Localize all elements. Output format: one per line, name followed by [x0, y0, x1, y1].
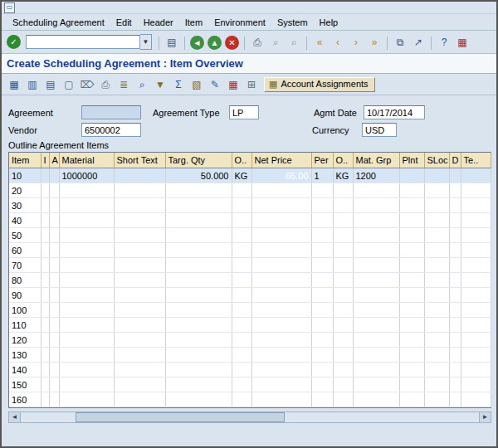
cell[interactable]: [232, 258, 251, 273]
cell[interactable]: 10: [9, 168, 41, 183]
scrollbar-thumb[interactable]: [76, 412, 285, 422]
cell[interactable]: [399, 303, 424, 318]
cell[interactable]: [232, 228, 251, 243]
cell[interactable]: [461, 183, 491, 198]
cell[interactable]: 140: [9, 363, 41, 377]
cell[interactable]: [49, 213, 59, 228]
cell[interactable]: [353, 243, 399, 258]
cell[interactable]: [59, 228, 114, 243]
cell[interactable]: [399, 228, 424, 243]
column-header-4[interactable]: Short Text: [114, 153, 165, 168]
back-icon[interactable]: ◄: [190, 36, 204, 50]
cell[interactable]: [424, 213, 449, 228]
cell[interactable]: [333, 303, 353, 318]
create-session-icon[interactable]: ⧉: [392, 34, 408, 51]
cell[interactable]: [232, 288, 251, 303]
cell[interactable]: [399, 273, 424, 288]
cell[interactable]: [251, 243, 311, 258]
cell[interactable]: [333, 363, 353, 377]
menu-item-help[interactable]: Help: [314, 16, 344, 29]
cell[interactable]: [59, 348, 114, 363]
cell[interactable]: [114, 363, 165, 377]
cell[interactable]: 130: [9, 348, 41, 363]
cell[interactable]: [59, 377, 114, 392]
cell[interactable]: [251, 273, 311, 288]
sum-icon[interactable]: Σ: [170, 76, 187, 93]
help-icon[interactable]: ?: [436, 34, 452, 51]
agreement-type-field[interactable]: [229, 105, 259, 119]
column-header-5[interactable]: Targ. Qty: [165, 153, 232, 168]
cell[interactable]: [49, 377, 59, 392]
cell[interactable]: [461, 348, 491, 363]
cell[interactable]: [449, 377, 461, 392]
cell[interactable]: [114, 377, 165, 392]
cell[interactable]: [232, 183, 251, 198]
cell[interactable]: [251, 348, 311, 363]
cell[interactable]: [114, 273, 165, 288]
cell[interactable]: [165, 183, 232, 198]
cell[interactable]: [59, 363, 114, 377]
cell[interactable]: [251, 392, 311, 407]
menu-item-environment[interactable]: Environment: [208, 16, 271, 29]
cell[interactable]: [424, 303, 449, 318]
cell[interactable]: 30: [9, 198, 41, 213]
last-page-icon[interactable]: »: [366, 34, 383, 51]
cell[interactable]: [461, 198, 491, 213]
column-header-9[interactable]: O..: [333, 153, 353, 168]
cell[interactable]: [353, 348, 399, 363]
cell[interactable]: [232, 333, 251, 348]
cell[interactable]: [353, 213, 399, 228]
cell[interactable]: [333, 348, 353, 363]
cell[interactable]: [114, 258, 165, 273]
cell[interactable]: [59, 258, 114, 273]
cell[interactable]: [41, 273, 49, 288]
cell[interactable]: [41, 198, 49, 213]
scrollbar-track[interactable]: [21, 412, 479, 422]
cell[interactable]: [461, 288, 491, 303]
cell[interactable]: [311, 243, 333, 258]
cell[interactable]: [49, 303, 59, 318]
cell[interactable]: [333, 213, 353, 228]
cell[interactable]: [449, 243, 461, 258]
cell[interactable]: [251, 213, 311, 228]
cell[interactable]: [232, 213, 251, 228]
cell[interactable]: [399, 198, 424, 213]
cell[interactable]: [333, 198, 353, 213]
cell[interactable]: [41, 363, 49, 377]
cell[interactable]: [165, 303, 232, 318]
cell[interactable]: [49, 168, 59, 183]
cell[interactable]: 80: [9, 273, 41, 288]
column-header-3[interactable]: Material: [59, 153, 114, 168]
cell[interactable]: [424, 363, 449, 377]
cell[interactable]: [424, 318, 449, 333]
cell[interactable]: [41, 228, 49, 243]
first-page-icon[interactable]: «: [311, 34, 328, 51]
cancel-icon[interactable]: ✕: [225, 36, 239, 50]
filter-icon[interactable]: ▼: [152, 76, 168, 93]
cell[interactable]: [311, 198, 333, 213]
calendar-icon[interactable]: ▦: [225, 76, 242, 93]
cell[interactable]: 50: [9, 228, 41, 243]
cell[interactable]: [232, 318, 251, 333]
cell[interactable]: [41, 183, 49, 198]
cell[interactable]: [232, 243, 251, 258]
print-icon[interactable]: ⎙: [249, 34, 266, 51]
conditions-icon[interactable]: ✎: [207, 76, 223, 93]
column-header-14[interactable]: Te..: [461, 153, 491, 168]
cell[interactable]: [399, 363, 424, 377]
item-overview-icon[interactable]: ▦: [6, 76, 22, 93]
cell[interactable]: [449, 363, 461, 377]
cell[interactable]: [165, 288, 232, 303]
cell[interactable]: [251, 258, 311, 273]
cell[interactable]: [449, 183, 461, 198]
cell[interactable]: [353, 258, 399, 273]
cell[interactable]: [311, 183, 333, 198]
cell[interactable]: [251, 303, 311, 318]
cell[interactable]: [251, 228, 311, 243]
cell[interactable]: [333, 288, 353, 303]
cell[interactable]: [424, 243, 449, 258]
delivery-icon[interactable]: ⊞: [243, 76, 260, 93]
cell[interactable]: [41, 213, 49, 228]
cell[interactable]: 60: [9, 243, 41, 258]
cell[interactable]: [353, 288, 399, 303]
